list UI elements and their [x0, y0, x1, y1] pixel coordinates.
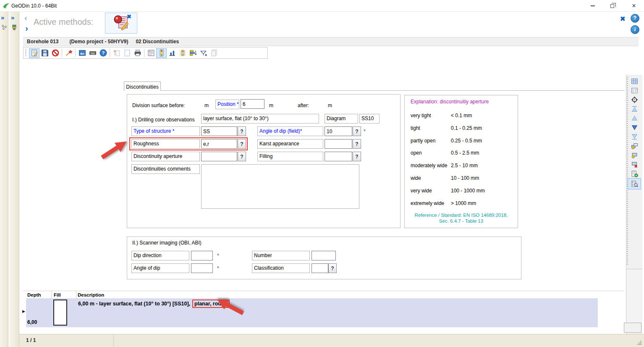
restore-button[interactable] [604, 0, 620, 12]
table-view-button[interactable] [629, 77, 640, 86]
degree-sign: ° [217, 253, 219, 259]
next-record-button[interactable] [629, 123, 640, 132]
aperture-term: wide [411, 175, 451, 188]
traffic-light-icon [158, 49, 165, 57]
expand-panel-1-button[interactable]: » [1, 14, 4, 21]
statistics-view-button[interactable] [167, 48, 177, 58]
sort-layers-button[interactable] [188, 48, 198, 58]
breadcrumb: Borehole 013 (Demo project - 50HYV9) 02 … [23, 37, 639, 46]
type-of-structure-input[interactable] [201, 126, 237, 136]
last-record-button[interactable] [629, 132, 640, 141]
insert-record-button[interactable] [629, 142, 640, 150]
table-view-icon [631, 78, 638, 85]
classification-input[interactable] [312, 263, 328, 273]
discontinuity-aperture-label: Discontinuity aperture [131, 152, 200, 161]
scroll-methods-right-button[interactable]: › [25, 23, 28, 33]
observations-value[interactable]: layer surface, flat (10° to 30°) [201, 114, 319, 124]
copy-pages-button[interactable] [209, 48, 219, 58]
diagram-label: Diagram [325, 114, 358, 124]
position-label: Position * [215, 100, 239, 109]
save-button[interactable] [39, 48, 50, 58]
form-view-icon [631, 87, 638, 94]
new-document-button[interactable] [122, 48, 132, 58]
image-button[interactable] [77, 48, 87, 58]
expand-panel-2-button[interactable]: » [11, 14, 14, 21]
import-button[interactable] [111, 48, 122, 58]
post-record-button[interactable] [629, 169, 640, 178]
right-toolbar-grip[interactable] [627, 77, 628, 266]
preview-icon [631, 180, 638, 187]
comments-textarea[interactable] [201, 164, 359, 209]
close-method-button[interactable]: ✖ [127, 13, 131, 20]
active-method-button[interactable] [105, 13, 137, 34]
toolbar-help-button[interactable]: ? [98, 48, 108, 58]
angle-of-dip-field-label: Angle of dip (field)* [257, 126, 323, 136]
copy-record-icon [631, 152, 638, 159]
type-of-structure-help-button[interactable]: ? [238, 126, 246, 136]
form-view-button[interactable] [629, 86, 640, 95]
values-view-button[interactable] [177, 48, 188, 58]
first-record-button[interactable] [629, 105, 640, 113]
print-button[interactable] [132, 48, 143, 58]
method-layers-icon[interactable] [11, 24, 17, 32]
link-nodes-icon[interactable] [1, 24, 7, 32]
tab-discontinuities[interactable]: Discontinuities [124, 81, 161, 91]
toolbar-grip[interactable] [25, 49, 26, 57]
diagram-value[interactable]: SS10 [359, 114, 380, 124]
toolbar-separator [62, 49, 62, 57]
tab-strip-line [160, 90, 625, 91]
position-button[interactable] [629, 95, 640, 104]
status-bar-divider [113, 334, 114, 347]
angle-of-dip-field-input[interactable] [325, 126, 352, 136]
minimize-icon [591, 5, 595, 6]
previous-record-button[interactable] [629, 114, 640, 123]
annotation-box-roughness [129, 137, 248, 150]
help-icon: ? [634, 15, 636, 21]
traffic-light-view-button[interactable] [156, 48, 167, 58]
discontinuity-aperture-input[interactable] [201, 152, 237, 161]
classification-help-button[interactable]: ? [328, 263, 337, 273]
keyboard-icon [89, 49, 97, 57]
discontinuity-aperture-help-button[interactable]: ? [238, 152, 246, 161]
filling-input[interactable] [325, 152, 352, 161]
aperture-table: very tight< 0.1 mm tight0.1 - 0.25 mm pa… [411, 113, 516, 213]
grid-top-border [23, 291, 625, 291]
filling-help-button[interactable]: ? [353, 152, 361, 161]
karst-appearance-help-button[interactable]: ? [353, 139, 361, 149]
dip-direction-input[interactable] [191, 251, 213, 260]
close-panel-button[interactable]: ✖ [620, 15, 626, 23]
groundwater-levels-button[interactable] [198, 48, 209, 58]
aperture-range: 0.25 - 0.5 mm [451, 138, 516, 150]
svg-text:?: ? [102, 50, 105, 55]
fill-signature-box [53, 300, 67, 326]
close-button[interactable]: × [624, 0, 644, 12]
help-button[interactable]: ? [631, 14, 639, 23]
last-record-icon [631, 133, 638, 140]
grid-corner-panel [624, 323, 641, 333]
aperture-range: 0.5 - 2.5 mm [451, 150, 516, 163]
degree-sign: ° [217, 266, 219, 271]
position-input[interactable] [241, 99, 264, 109]
angle-of-dip-input[interactable] [191, 263, 213, 273]
number-input[interactable] [312, 251, 336, 260]
explanation-reference: Reference / Standard: EN ISO 14689:2018,… [405, 212, 518, 224]
resize-grip[interactable] [636, 339, 642, 345]
karst-appearance-input[interactable] [325, 139, 352, 149]
delete-record-button[interactable] [629, 160, 640, 169]
aperture-row: very tight< 0.1 mm [411, 113, 516, 125]
wizard-button[interactable] [63, 48, 74, 58]
angle-of-dip-field-help-button[interactable]: ? [353, 126, 361, 136]
memo-view-button[interactable] [146, 48, 156, 58]
cancel-button[interactable] [50, 48, 60, 58]
keyboard-button[interactable] [87, 48, 98, 58]
aperture-term: very wide [411, 188, 451, 200]
preview-button[interactable] [628, 178, 641, 189]
edit-button[interactable] [29, 48, 39, 58]
info-button[interactable]: i [631, 25, 639, 34]
annotation-arrow-roughness [99, 137, 131, 163]
delete-record-icon [631, 161, 638, 168]
copy-record-button[interactable] [629, 151, 640, 160]
scroll-methods-left-button[interactable]: ‹ [24, 13, 27, 23]
minimize-button[interactable] [584, 0, 601, 12]
aperture-range: 10 - 100 mm [451, 175, 516, 188]
